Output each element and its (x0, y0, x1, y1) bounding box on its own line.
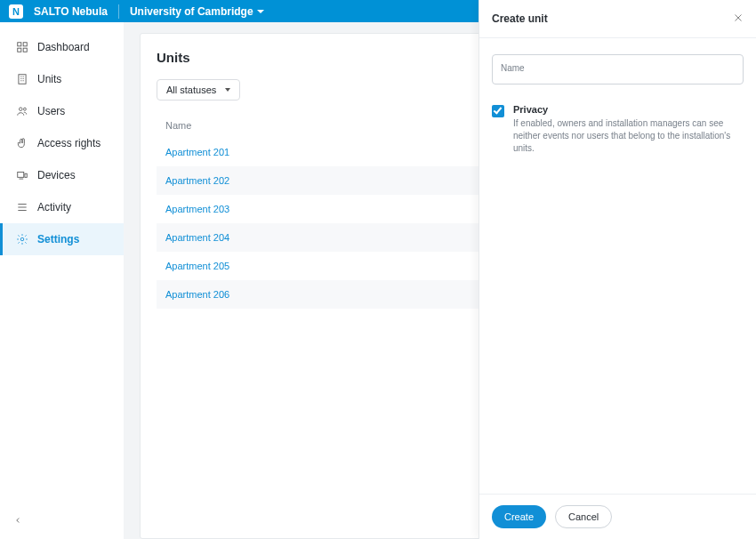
brand-name: SALTO Nebula (34, 5, 108, 18)
privacy-checkbox[interactable] (492, 105, 504, 117)
privacy-description: If enabled, owners and installation mana… (513, 117, 744, 155)
status-filter-label: All statuses (166, 84, 216, 95)
privacy-row: Privacy If enabled, owners and installat… (492, 104, 744, 155)
building-icon (16, 73, 28, 85)
hand-icon (16, 137, 28, 149)
sidebar-item-label: Access rights (37, 137, 101, 149)
status-filter[interactable]: All statuses (157, 79, 240, 101)
sidebar-item-label: Activity (37, 201, 71, 213)
svg-rect-4 (19, 75, 26, 84)
sidebar: Dashboard Units Users Access rights Devi… (0, 22, 124, 539)
svg-rect-0 (18, 43, 21, 46)
caret-down-icon (257, 10, 264, 13)
sidebar-item-label: Devices (37, 169, 76, 181)
create-unit-drawer: Create unit Name Privacy If enabled, own… (479, 0, 756, 539)
close-icon[interactable] (733, 11, 744, 27)
sidebar-item-units[interactable]: Units (0, 63, 124, 95)
sidebar-item-label: Dashboard (37, 41, 90, 53)
devices-icon (16, 169, 28, 181)
users-icon (16, 105, 28, 117)
sidebar-item-label: Units (37, 73, 61, 85)
installation-selector[interactable]: University of Cambridge (130, 5, 264, 18)
svg-rect-3 (23, 48, 27, 52)
sidebar-item-label: Users (37, 105, 65, 117)
unit-link[interactable]: Apartment 205 (165, 261, 229, 271)
drawer-header: Create unit (479, 0, 756, 38)
caret-down-icon (225, 88, 230, 92)
collapse-sidebar-button[interactable] (13, 512, 22, 528)
brand-divider (118, 4, 119, 19)
gear-icon (16, 233, 28, 245)
sidebar-item-settings[interactable]: Settings (0, 223, 124, 255)
cancel-button[interactable]: Cancel (555, 505, 612, 528)
column-name: Name (157, 113, 470, 138)
svg-point-5 (20, 108, 23, 111)
unit-link[interactable]: Apartment 202 (165, 175, 229, 186)
name-input[interactable] (492, 54, 744, 84)
svg-point-9 (20, 237, 24, 241)
sidebar-item-access-rights[interactable]: Access rights (0, 127, 124, 159)
name-field-wrapper: Name (492, 54, 744, 84)
sidebar-item-devices[interactable]: Devices (0, 159, 124, 191)
sidebar-item-dashboard[interactable]: Dashboard (0, 31, 124, 63)
unit-link[interactable]: Apartment 206 (165, 289, 229, 300)
sidebar-item-label: Settings (37, 233, 79, 245)
unit-link[interactable]: Apartment 203 (165, 204, 229, 214)
create-button[interactable]: Create (492, 505, 546, 528)
drawer-footer: Create Cancel (479, 494, 756, 539)
unit-link[interactable]: Apartment 204 (165, 232, 229, 243)
svg-rect-7 (18, 173, 24, 178)
brand-badge-icon: N (9, 4, 23, 19)
activity-icon (16, 201, 28, 213)
svg-rect-2 (18, 48, 21, 52)
installation-name: University of Cambridge (130, 5, 253, 18)
drawer-body: Name Privacy If enabled, owners and inst… (479, 38, 756, 494)
sidebar-item-activity[interactable]: Activity (0, 191, 124, 223)
drawer-title: Create unit (492, 12, 548, 25)
svg-rect-1 (23, 43, 27, 46)
dashboard-icon (16, 41, 28, 53)
sidebar-item-users[interactable]: Users (0, 95, 124, 127)
privacy-label: Privacy (513, 104, 744, 115)
svg-point-6 (23, 108, 26, 110)
unit-link[interactable]: Apartment 201 (165, 147, 229, 157)
svg-rect-8 (25, 173, 27, 177)
